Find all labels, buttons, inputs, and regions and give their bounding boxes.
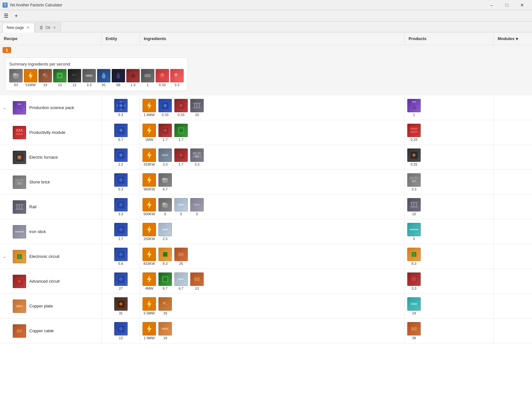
- energy-icon: [143, 99, 156, 112]
- svg-rect-52: [412, 101, 416, 102]
- svg-point-120: [162, 203, 166, 205]
- svg-rect-160: [178, 279, 184, 280]
- ingredient-energy-rail: 500KW: [143, 198, 156, 216]
- ingredients-cell-copper-plate: 5.5MW 19: [140, 294, 405, 318]
- productivity-module-label: Productivity module: [29, 130, 65, 135]
- add-tab-button[interactable]: +: [11, 11, 21, 20]
- product-advanced-circuit: 3.3: [407, 272, 421, 290]
- ingredient-steelplate-rail: 5: [190, 198, 204, 216]
- summary-items: 53 51MW 19: [9, 69, 184, 87]
- tab-oil[interactable]: 🛢 Oil ✕: [35, 23, 61, 32]
- productivity-product-icon: [407, 124, 421, 137]
- window-title: Yet Another Factorio Calculator: [10, 3, 484, 7]
- svg-point-94: [412, 154, 416, 157]
- product-stone-brick: 3.3: [407, 173, 421, 191]
- ingredient-energy-copper-cable: 1.9MW: [143, 322, 156, 340]
- products-cell-rail: 10: [405, 195, 494, 219]
- redcircuit-ingredient-value: 0.33: [176, 113, 186, 117]
- energy-icon-rail: [143, 198, 156, 211]
- energy-value-rail: 500KW: [144, 212, 155, 216]
- electric-furnace-label: Electric furnace: [29, 155, 58, 160]
- svg-rect-58: [21, 129, 22, 130]
- product-iron-stick: 5: [407, 223, 421, 241]
- products-cell-furnace: 0.33: [405, 145, 494, 169]
- summary-energy-icon: [24, 69, 37, 82]
- energy-icon-copper-plate: [143, 297, 156, 311]
- collapse-toggle-production-science[interactable]: ⌄: [0, 95, 9, 120]
- energy-value-furnace: 333KW: [144, 162, 155, 166]
- svg-rect-38: [124, 105, 125, 107]
- entity-cell-production-science: 9.3: [102, 95, 140, 120]
- maximize-button[interactable]: □: [500, 0, 514, 10]
- tab-new-page[interactable]: New page ✕: [3, 23, 34, 32]
- ingredient-greencircuit-productivity: 1.7: [174, 124, 188, 141]
- svg-rect-130: [15, 231, 24, 232]
- collapse-toggle-electronic-circuit[interactable]: ⌄: [0, 244, 9, 269]
- close-button[interactable]: ✕: [515, 0, 529, 10]
- ingredients-cell-advanced-circuit: 4MW 6.7 6.7: [140, 269, 405, 293]
- ironplate-icon-iron-stick: [158, 223, 172, 236]
- ingredient-copperore-copper-plate: 19: [158, 297, 172, 315]
- svg-marker-134: [147, 226, 151, 233]
- tab-bar: New page ✕ 🛢 Oil ✕: [0, 22, 532, 32]
- titlebar: Y Yet Another Factorio Calculator – □ ✕: [0, 0, 532, 10]
- tab-oil-icon: 🛢: [39, 25, 44, 30]
- child-indent6: [0, 269, 9, 293]
- stone-icon: [158, 173, 172, 187]
- summary-item: 0.33: [156, 69, 169, 87]
- col-header-recipe: Recipe: [0, 32, 102, 45]
- product-copper-plate: 19: [407, 297, 421, 315]
- svg-rect-83: [162, 155, 168, 156]
- minimize-button[interactable]: –: [484, 0, 499, 10]
- menubar: ☰ +: [0, 10, 532, 22]
- recipe-name-advanced-circuit: Advanced circuit: [9, 269, 102, 293]
- hamburger-menu-button[interactable]: ☰: [1, 11, 11, 20]
- entity-value-production-science: 9.3: [118, 113, 123, 117]
- svg-point-43: [164, 105, 166, 107]
- summary-item: 19: [38, 69, 52, 87]
- summary-ironore-icon: [38, 69, 52, 82]
- expand-button[interactable]: 1: [3, 47, 11, 53]
- greencircuit-value-prod: 1.7: [176, 138, 186, 141]
- energy-icon-stone-brick: [143, 173, 156, 187]
- modules-cell-copper-cable: [494, 319, 532, 343]
- summary-box: Summary ingredients per second: 53 51MW: [5, 58, 188, 91]
- recipe-name-electric-furnace: Electric furnace: [9, 145, 102, 169]
- svg-rect-124: [194, 204, 200, 205]
- svg-rect-128: [413, 202, 414, 208]
- assembler-icon-iron-stick: [114, 223, 128, 236]
- electronic-circuit-product-icon: [407, 248, 421, 261]
- products-cell-productivity: 0.33: [405, 120, 494, 145]
- summary-plastic-icon: [141, 69, 154, 82]
- entity-cell-copper-cable: 13: [102, 319, 140, 343]
- svg-marker-103: [147, 176, 151, 184]
- modules-dropdown-icon[interactable]: ▾: [516, 36, 518, 41]
- ingredient-coppercable-electronic-circuit: 25: [174, 248, 188, 265]
- svg-rect-66: [164, 129, 167, 132]
- advanced-circuit-product-value: 3.3: [409, 286, 419, 290]
- production-science-pack-icon: [13, 101, 26, 114]
- copper-plate-label: Copper plate: [29, 304, 53, 308]
- brick-value-furnace: 3.3: [192, 162, 202, 166]
- ingredients-cell-iron-stick: 250KW 2.5: [140, 219, 405, 244]
- entity-cell-stone-brick: 5.3: [102, 170, 140, 194]
- svg-rect-87: [193, 152, 197, 155]
- svg-rect-140: [18, 255, 21, 258]
- ingredient-energy-furnace: 333KW: [143, 148, 156, 166]
- greencircuit-icon-ac: [158, 272, 172, 286]
- ingredients-cell-productivity: 1MW 1.7 1.7: [140, 120, 405, 145]
- summary-sulfur-value: 0.33: [159, 83, 165, 87]
- electronic-circuit-icon: [13, 250, 26, 263]
- greencircuit-icon-prod: [174, 124, 188, 137]
- ingredient-redcircuit-productivity: 1.7: [158, 124, 172, 141]
- svg-point-171: [165, 304, 167, 306]
- col-header-products: Products: [405, 32, 494, 45]
- child-indent2: [0, 145, 9, 169]
- energy-value-copper-cable: 1.9MW: [144, 336, 155, 340]
- advanced-circuit-icon: [13, 275, 26, 288]
- tab-oil-close[interactable]: ✕: [52, 25, 57, 31]
- svg-rect-24: [144, 74, 151, 77]
- app-window: Y Yet Another Factorio Calculator – □ ✕ …: [0, 0, 532, 413]
- tab-new-page-close[interactable]: ✕: [26, 25, 30, 31]
- svg-rect-97: [17, 182, 22, 185]
